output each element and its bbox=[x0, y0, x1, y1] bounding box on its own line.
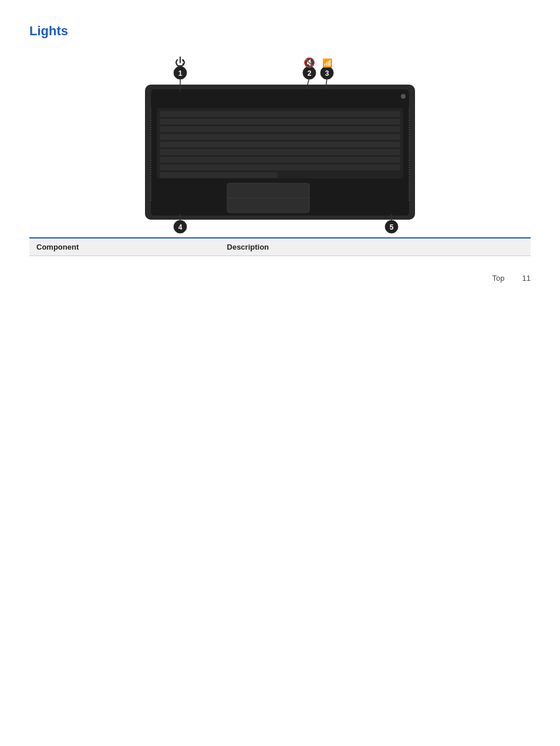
svg-text:🔇: 🔇 bbox=[303, 57, 315, 68]
footer-page: 11 bbox=[522, 274, 531, 283]
svg-rect-11 bbox=[160, 172, 277, 178]
col-header-component: Component bbox=[29, 238, 220, 256]
laptop-illustration: 1 ⏻ 2 3 🔇 📶 4 5 bbox=[29, 49, 531, 237]
footer-label: Top bbox=[492, 274, 505, 283]
svg-rect-7 bbox=[160, 142, 400, 147]
svg-rect-6 bbox=[160, 134, 400, 140]
svg-text:3: 3 bbox=[325, 69, 329, 78]
svg-text:5: 5 bbox=[390, 223, 394, 231]
svg-rect-9 bbox=[160, 157, 400, 163]
col-header-description: Description bbox=[220, 238, 531, 256]
laptop-svg: 1 ⏻ 2 3 🔇 📶 4 5 bbox=[110, 55, 450, 237]
svg-rect-8 bbox=[160, 149, 400, 155]
svg-rect-10 bbox=[160, 164, 400, 170]
svg-rect-5 bbox=[160, 126, 400, 132]
svg-text:2: 2 bbox=[308, 69, 312, 78]
svg-text:1: 1 bbox=[178, 69, 183, 78]
component-table: Component Description bbox=[29, 237, 531, 256]
svg-rect-3 bbox=[160, 111, 400, 117]
svg-point-14 bbox=[401, 94, 406, 99]
svg-text:4: 4 bbox=[178, 223, 183, 231]
svg-text:⏻: ⏻ bbox=[175, 56, 185, 68]
footer: Top 11 bbox=[29, 274, 531, 283]
svg-rect-4 bbox=[160, 119, 400, 125]
svg-text:📶: 📶 bbox=[322, 58, 333, 68]
page-title: Lights bbox=[29, 23, 531, 39]
